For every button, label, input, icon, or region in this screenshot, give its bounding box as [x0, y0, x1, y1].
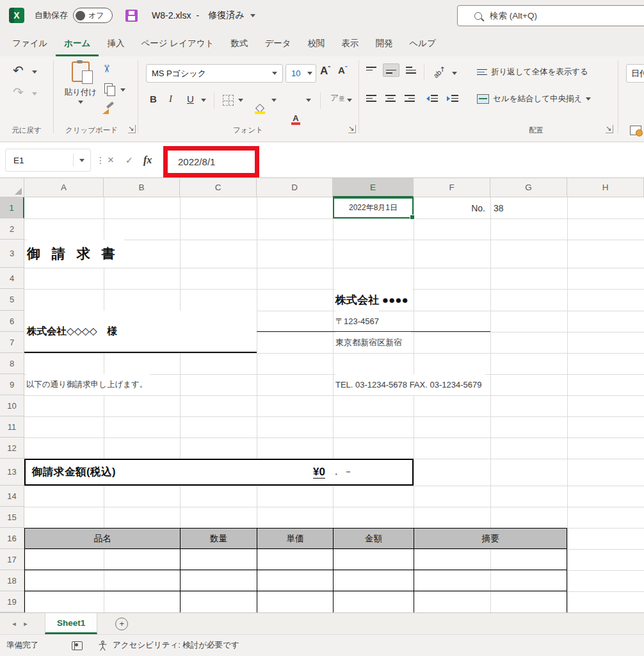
row-header-13[interactable]: 13	[0, 459, 24, 486]
tab-data[interactable]: データ	[256, 31, 299, 56]
borders-icon[interactable]	[223, 95, 234, 106]
column-header-b[interactable]: B	[104, 178, 180, 197]
search-input[interactable]: 検索 (Alt+Q)	[457, 5, 644, 26]
row-header-1[interactable]: 1	[0, 197, 24, 218]
tab-view[interactable]: 表示	[334, 31, 367, 56]
formula-input-value[interactable]: 2022/8/1	[168, 156, 215, 167]
paste-button[interactable]: 貼り付け	[64, 62, 97, 104]
chevron-down-icon[interactable]	[250, 14, 255, 17]
undo-icon[interactable]: ↶	[13, 63, 24, 78]
row-header-16[interactable]: 16	[0, 528, 24, 549]
macro-record-icon[interactable]	[72, 641, 83, 650]
font-size-select[interactable]: 10	[286, 64, 316, 83]
cell-a6-recipient[interactable]: 株式会社◇◇◇◇ 様	[24, 311, 257, 353]
fill-color-icon[interactable]	[255, 104, 265, 114]
tab-developer[interactable]: 開発	[367, 31, 401, 56]
cell-e9-tel[interactable]: TEL. 03-1234-5678 FAX. 03-1234-5679	[335, 374, 485, 395]
cell-a9-greeting[interactable]: 以下の通り御請求申し上げます。	[26, 374, 150, 395]
italic-button[interactable]: I	[169, 94, 172, 104]
align-top-icon[interactable]	[366, 67, 376, 74]
orientation-icon[interactable]: ab↗	[432, 64, 447, 79]
active-cell-e1[interactable]: 2022年8月1日	[333, 197, 414, 218]
align-right-icon[interactable]	[405, 95, 415, 102]
new-sheet-button[interactable]: +	[115, 618, 128, 630]
cut-icon[interactable]: ✂	[101, 65, 113, 73]
header-quantity[interactable]: 数量	[181, 529, 257, 548]
row-header-10[interactable]: 10	[0, 395, 24, 416]
alignment-dialog-launcher[interactable]: ↘	[606, 125, 613, 133]
sheet-tab-sheet1[interactable]: Sheet1	[45, 613, 97, 634]
copy-icon[interactable]	[104, 83, 113, 94]
row-header-8[interactable]: 8	[0, 353, 24, 374]
row-header-19[interactable]: 19	[0, 591, 24, 612]
column-header-d[interactable]: D	[257, 178, 333, 197]
name-box-dropdown-icon[interactable]	[79, 159, 85, 162]
row-header-2[interactable]: 2	[0, 218, 24, 240]
cell-e6-postal[interactable]: 〒123-4567	[335, 311, 379, 332]
merge-center-button[interactable]: セルを結合して中央揃え	[477, 94, 591, 104]
align-bottom-icon[interactable]	[406, 67, 416, 74]
worksheet-grid[interactable]: A B C D E F G H 1 2 3 4 5 6 7 8 9 10 11 …	[0, 178, 644, 612]
column-header-a[interactable]: A	[24, 178, 104, 197]
cell-e7-address[interactable]: 東京都新宿区新宿	[335, 332, 411, 353]
cell-f1-no-label[interactable]: No.	[414, 197, 485, 218]
wrap-text-button[interactable]: 折り返して全体を表示する	[477, 67, 588, 78]
tab-home[interactable]: ホーム	[56, 31, 99, 56]
tab-help[interactable]: ヘルプ	[401, 31, 444, 56]
tab-file[interactable]: ファイル	[4, 31, 56, 56]
row-header-6[interactable]: 6	[0, 311, 24, 332]
increase-indent-icon[interactable]	[447, 95, 458, 102]
align-left-icon[interactable]	[366, 95, 376, 102]
underline-button[interactable]: U	[187, 94, 194, 104]
cell-e5-sender[interactable]: 株式会社 ●●●●	[335, 289, 412, 311]
cell-g1-no-value[interactable]: 38	[494, 197, 504, 218]
number-format-select[interactable]: 日付	[626, 64, 644, 83]
row-header-17[interactable]: 17	[0, 549, 24, 570]
row-header-9[interactable]: 9	[0, 374, 24, 395]
enter-check-icon[interactable]: ✓	[125, 142, 133, 177]
row-header-14[interactable]: 14	[0, 486, 24, 507]
autosave-toggle[interactable]: オフ	[73, 8, 113, 23]
header-remarks[interactable]: 摘要	[414, 529, 567, 548]
fill-color-dropdown-icon[interactable]	[271, 99, 277, 102]
decrease-indent-icon[interactable]	[426, 95, 438, 102]
name-box[interactable]: E1	[5, 149, 91, 172]
increase-font-size-button[interactable]: Aˆ	[320, 65, 330, 78]
redo-dropdown-icon[interactable]	[32, 92, 37, 95]
accounting-format-icon[interactable]	[630, 126, 641, 135]
row-header-18[interactable]: 18	[0, 570, 24, 591]
tab-insert[interactable]: 挿入	[99, 31, 133, 56]
invoice-amount-box[interactable]: 御請求金額(税込) ¥0 ．－	[24, 459, 414, 486]
save-icon[interactable]	[125, 10, 138, 22]
column-header-c[interactable]: C	[180, 178, 257, 197]
accessibility-status[interactable]: アクセシビリティ: 検討が必要です	[113, 640, 239, 651]
header-item-name[interactable]: 品名	[25, 529, 181, 548]
format-painter-icon[interactable]	[102, 104, 114, 114]
cancel-icon[interactable]: ×	[108, 142, 114, 177]
table-row[interactable]	[25, 591, 567, 612]
header-amount[interactable]: 金額	[334, 529, 414, 548]
phonetic-guide-icon[interactable]: ア亜	[330, 92, 344, 104]
tab-page-layout[interactable]: ページ レイアウト	[133, 31, 222, 56]
row-header-3[interactable]: 3	[0, 240, 24, 268]
tab-review[interactable]: 校閲	[300, 31, 334, 56]
row-header-4[interactable]: 4	[0, 268, 24, 289]
font-name-select[interactable]: MS Pゴシック	[146, 64, 283, 83]
font-color-icon[interactable]: A	[291, 113, 301, 125]
insert-function-icon[interactable]: fx	[143, 142, 152, 177]
row-header-5[interactable]: 5	[0, 289, 24, 311]
row-header-15[interactable]: 15	[0, 507, 24, 528]
fill-handle[interactable]	[410, 215, 415, 220]
column-header-h[interactable]: H	[567, 178, 644, 197]
cell-a3-doc-title[interactable]: 御 請 求 書	[27, 240, 124, 268]
table-row[interactable]	[25, 570, 567, 591]
underline-dropdown-icon[interactable]	[201, 99, 206, 102]
excel-app-icon[interactable]: X	[9, 8, 24, 23]
align-center-icon[interactable]	[385, 95, 396, 102]
font-color-dropdown-icon[interactable]	[306, 99, 311, 102]
column-header-g[interactable]: G	[490, 178, 567, 197]
decrease-font-size-button[interactable]: Aˇ	[338, 65, 348, 76]
phonetic-dropdown-icon[interactable]	[347, 99, 352, 102]
copy-dropdown-icon[interactable]	[120, 88, 125, 92]
sheet-nav-right-icon[interactable]: ►	[20, 621, 31, 627]
